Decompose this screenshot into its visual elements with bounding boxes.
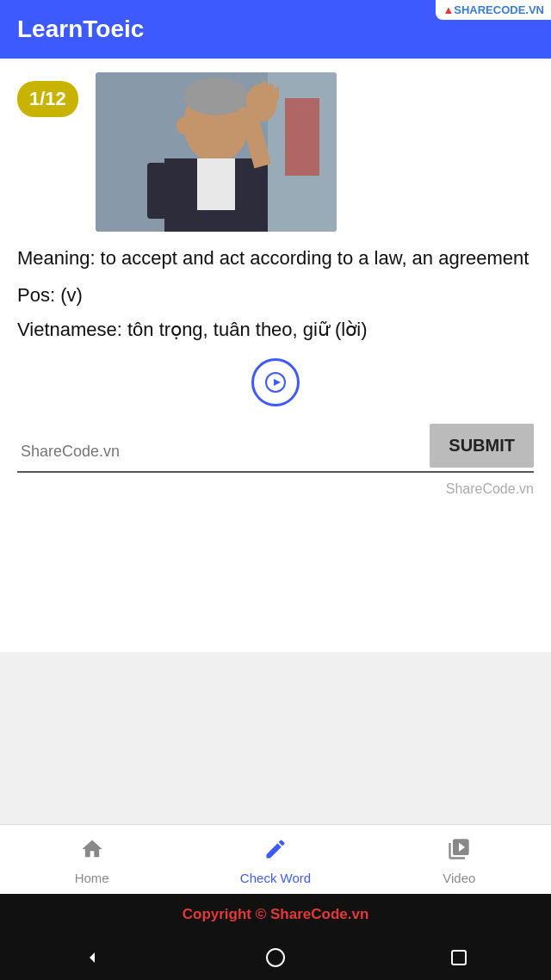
nav-video[interactable]: Video (368, 825, 551, 894)
nav-home[interactable]: Home (0, 825, 183, 894)
nav-home-label: Home (75, 871, 109, 885)
input-watermark: ShareCode.vn (17, 481, 534, 497)
copyright-bar: Copyright © ShareCode.vn (0, 894, 551, 935)
svg-rect-15 (197, 158, 235, 210)
counter-badge: 1/12 (17, 81, 78, 117)
svg-point-21 (267, 949, 284, 966)
svg-rect-12 (269, 84, 274, 99)
back-button[interactable] (80, 946, 104, 970)
word-meaning: Meaning: to accept and act according to … (17, 245, 534, 272)
word-input[interactable] (17, 436, 430, 468)
copyright-text: Copyright © ShareCode.vn (183, 906, 369, 922)
svg-rect-10 (255, 84, 260, 100)
word-pos: Pos: (v) (17, 284, 534, 307)
svg-marker-20 (90, 952, 95, 963)
submit-button[interactable]: SUBMIT (430, 424, 534, 468)
counter-image-row: 1/12 (17, 72, 534, 232)
svg-rect-14 (147, 163, 166, 219)
app-title: LearnToeic (17, 16, 144, 43)
svg-point-16 (176, 117, 190, 134)
nav-check-word-label: Check Word (240, 871, 311, 885)
input-row: SUBMIT (17, 424, 534, 473)
word-vietnamese: Vietnamese: tôn trọng, tuân theo, giữ (l… (17, 319, 534, 341)
system-nav (0, 935, 551, 980)
bottom-nav: Home Check Word Video (0, 824, 551, 894)
svg-rect-13 (275, 87, 279, 100)
main-content: 1/12 (0, 59, 551, 652)
svg-point-6 (183, 78, 249, 115)
play-button[interactable] (251, 358, 300, 406)
svg-point-17 (242, 117, 256, 134)
svg-marker-2 (285, 98, 319, 176)
svg-rect-11 (262, 81, 267, 98)
brand-text: ▲SHARECODE.VN (443, 3, 544, 16)
nav-video-label: Video (443, 871, 475, 885)
empty-space (0, 652, 551, 824)
video-icon (447, 837, 471, 867)
brand-bar: ▲SHARECODE.VN (436, 0, 551, 20)
play-button-row (17, 358, 534, 406)
nav-check-word[interactable]: Check Word (183, 825, 367, 894)
word-image (96, 72, 337, 232)
check-word-icon (263, 837, 288, 867)
svg-rect-22 (452, 951, 466, 964)
home-icon (80, 837, 104, 867)
home-button[interactable] (263, 946, 288, 970)
recents-button[interactable] (447, 946, 471, 970)
